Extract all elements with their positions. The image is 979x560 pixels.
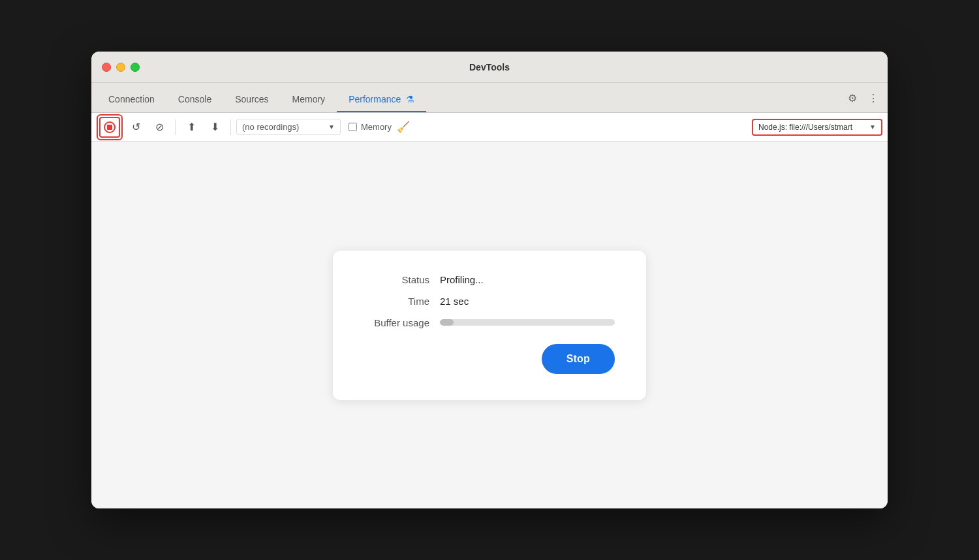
node-selector[interactable]: Node.js: file:///Users/stmart ▼ (752, 119, 882, 136)
toolbar: ↺ ⊘ ⬆ ⬇ (no recordings) ▼ Memory 🧹 Node.… (91, 113, 888, 142)
memory-checkbox[interactable] (349, 123, 357, 131)
stop-button[interactable]: Stop (542, 344, 615, 374)
memory-checkbox-label[interactable]: Memory (349, 122, 392, 132)
window-title: DevTools (469, 62, 510, 72)
tab-bar-actions: ⚙ ⋮ (843, 89, 882, 112)
beaker-icon: ⚗ (406, 94, 414, 104)
node-selector-chevron-icon: ▼ (869, 123, 876, 131)
tab-memory[interactable]: Memory (281, 89, 337, 112)
node-selector-text: Node.js: file:///Users/stmart (758, 123, 867, 132)
recordings-chevron-icon: ▼ (328, 123, 335, 131)
upload-button[interactable]: ⬆ (181, 117, 202, 138)
time-field-label: Time (364, 296, 429, 307)
clear-button[interactable]: ⊘ (149, 117, 170, 138)
stop-button-row: Stop (364, 344, 615, 374)
buffer-bar-fill (440, 319, 454, 326)
tab-sources[interactable]: Sources (223, 89, 280, 112)
title-bar: DevTools (91, 52, 888, 83)
status-card: Status Profiling... Time 21 sec Buffer u… (333, 251, 646, 400)
tab-performance[interactable]: Performance ⚗ (337, 89, 426, 112)
time-row: Time 21 sec (364, 296, 615, 307)
traffic-lights (102, 63, 140, 72)
record-button-highlight (97, 114, 123, 140)
main-content: Status Profiling... Time 21 sec Buffer u… (91, 142, 888, 508)
record-icon (104, 121, 116, 133)
record-icon-inner (107, 125, 112, 130)
tab-console[interactable]: Console (166, 89, 223, 112)
refresh-button[interactable]: ↺ (125, 117, 146, 138)
tab-connection[interactable]: Connection (97, 89, 166, 112)
recordings-select[interactable]: (no recordings) ▼ (236, 119, 341, 135)
record-button[interactable] (99, 117, 120, 138)
status-value: Profiling... (440, 274, 484, 285)
tab-bar: Connection Console Sources Memory Perfor… (91, 83, 888, 113)
buffer-bar-container (440, 319, 615, 326)
toolbar-separator-1 (175, 119, 176, 135)
gc-button[interactable]: 🧹 (394, 118, 412, 136)
tab-list: Connection Console Sources Memory Perfor… (97, 89, 843, 112)
status-row: Status Profiling... (364, 274, 615, 285)
download-button[interactable]: ⬇ (204, 117, 225, 138)
toolbar-separator-2 (230, 119, 231, 135)
status-field-label: Status (364, 274, 429, 285)
maximize-button[interactable] (131, 63, 140, 72)
close-button[interactable] (102, 63, 111, 72)
buffer-field-label: Buffer usage (364, 317, 429, 328)
devtools-window: DevTools Connection Console Sources Memo… (91, 52, 888, 508)
more-options-icon[interactable]: ⋮ (864, 89, 882, 107)
minimize-button[interactable] (116, 63, 125, 72)
memory-label: Memory (361, 122, 392, 132)
buffer-row: Buffer usage (364, 317, 615, 328)
time-value: 21 sec (440, 296, 469, 307)
recordings-text: (no recordings) (242, 122, 328, 132)
settings-icon[interactable]: ⚙ (843, 89, 862, 107)
